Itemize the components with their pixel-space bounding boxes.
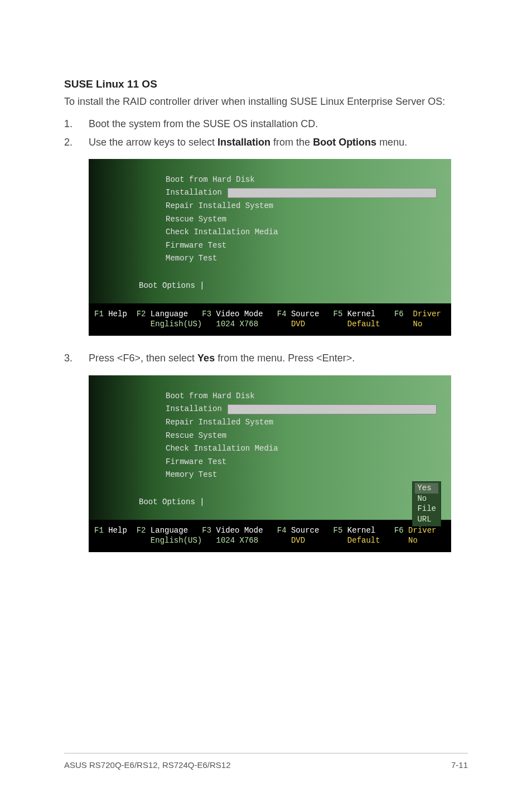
- menu-item[interactable]: Repair Installed System: [162, 200, 451, 213]
- fkey-label: Source: [291, 526, 319, 535]
- f6-driver[interactable]: F6 Driver No: [385, 525, 436, 545]
- step-number: 1.: [64, 117, 89, 131]
- fkey-label: Language: [151, 310, 188, 318]
- menu-item[interactable]: Check Installation Media: [162, 442, 451, 456]
- page-heading: SUSE Linux 11 OS: [64, 78, 468, 90]
- fkey-value: English(US): [151, 320, 202, 328]
- f2-language[interactable]: F2 Language English(US): [137, 525, 202, 545]
- fkey: F4: [277, 526, 287, 535]
- step-text: Use the arrow keys to select Installatio…: [89, 136, 407, 149]
- f1-help[interactable]: F1 Help: [94, 525, 137, 545]
- popup-item[interactable]: No: [417, 494, 436, 504]
- fkey-label: Help: [108, 526, 127, 535]
- menu-item[interactable]: Memory Test: [162, 468, 451, 482]
- text-fragment: from the menu. Press <Enter>.: [215, 352, 355, 364]
- fkey: F5: [333, 310, 343, 318]
- fkey-value: [94, 319, 137, 329]
- fkey-label: Help: [108, 310, 127, 318]
- fkey-value: No: [413, 320, 422, 328]
- fkey-value: [94, 535, 137, 545]
- fkey-label: Driver: [413, 310, 441, 318]
- boot-options-input[interactable]: Boot Options: [139, 497, 451, 506]
- bold-term: Boot Options: [313, 137, 376, 148]
- screenshot-boot-menu-2: Boot from Hard Disk Installation Repair …: [89, 375, 451, 553]
- f1-help[interactable]: F1 Help: [94, 309, 137, 329]
- step-number: 3.: [64, 351, 89, 365]
- step-text: Boot the system from the SUSE OS install…: [89, 117, 318, 131]
- fkey-value: 1024 X768: [216, 536, 259, 545]
- f2-language[interactable]: F2 Language English(US): [137, 309, 202, 329]
- menu-item-selected-row[interactable]: Installation: [162, 403, 451, 416]
- bold-term: Installation: [217, 137, 270, 148]
- menu-item[interactable]: Rescue System: [162, 213, 451, 226]
- fkey: F6: [394, 526, 404, 535]
- fkey: F3: [202, 310, 211, 318]
- boot-menu-list: Boot from Hard Disk Installation Repair …: [162, 390, 451, 482]
- selection-bar: [228, 188, 437, 198]
- step-number: 2.: [64, 136, 89, 149]
- fkey-label: Kernel: [347, 310, 375, 318]
- menu-item[interactable]: Firmware Test: [162, 239, 451, 253]
- fkey-value: 1024 X768: [216, 320, 259, 328]
- menu-item[interactable]: Boot from Hard Disk: [162, 173, 451, 187]
- fkey: F6: [394, 310, 404, 318]
- text-fragment: Use the arrow keys to select: [89, 137, 217, 148]
- fkey-value: DVD: [291, 320, 305, 328]
- fkey-value: English(US): [151, 536, 202, 545]
- bold-term: Yes: [197, 352, 215, 364]
- boot-menu-list: Boot from Hard Disk Installation Repair …: [162, 173, 451, 265]
- fkey: F3: [202, 526, 211, 535]
- step-1: 1. Boot the system from the SUSE OS inst…: [64, 117, 468, 131]
- footer-left: ASUS RS720Q-E6/RS12, RS724Q-E6/RS12: [64, 760, 230, 770]
- text-fragment: Press <F6>, then select: [89, 352, 197, 364]
- fkey-label: Kernel: [347, 526, 375, 535]
- fkey-label: Source: [291, 310, 319, 318]
- popup-item[interactable]: URL: [417, 514, 436, 525]
- f3-video-mode[interactable]: F3 Video Mode 1024 X768: [202, 309, 277, 329]
- page-footer: ASUS RS720Q-E6/RS12, RS724Q-E6/RS12 7-11: [64, 753, 468, 770]
- fkey: F2: [137, 526, 146, 535]
- f5-kernel[interactable]: F5 Kernel Default: [333, 309, 385, 329]
- fkey-value: Default: [347, 536, 380, 545]
- fkey: F2: [137, 310, 146, 318]
- popup-item-selected[interactable]: Yes: [415, 483, 438, 494]
- boot-menu-area: Boot from Hard Disk Installation Repair …: [89, 159, 451, 303]
- fkey: F4: [277, 310, 287, 318]
- menu-item[interactable]: Repair Installed System: [162, 416, 451, 429]
- fkey-value: No: [408, 536, 418, 545]
- menu-item[interactable]: Memory Test: [162, 252, 451, 265]
- fkey-label: Driver: [408, 526, 436, 535]
- menu-item-selected: Installation: [166, 404, 222, 415]
- menu-item-selected-row[interactable]: Installation: [162, 186, 451, 200]
- popup-item[interactable]: File: [417, 504, 436, 514]
- f6-driver[interactable]: F6 Driver No: [385, 309, 441, 329]
- fkey: F1: [94, 526, 104, 535]
- text-fragment: from the: [270, 137, 313, 148]
- fkey: F1: [94, 310, 104, 318]
- step-text: Press <F6>, then select Yes from the men…: [89, 351, 355, 365]
- menu-item[interactable]: Boot from Hard Disk: [162, 390, 451, 403]
- step-3: 3. Press <F6>, then select Yes from the …: [64, 351, 468, 365]
- f4-source[interactable]: F4 Source DVD: [277, 309, 333, 329]
- menu-item[interactable]: Check Installation Media: [162, 226, 451, 239]
- menu-item[interactable]: Rescue System: [162, 429, 451, 443]
- menu-item[interactable]: Firmware Test: [162, 456, 451, 469]
- fkey: F5: [333, 526, 343, 535]
- screenshot-boot-menu-1: Boot from Hard Disk Installation Repair …: [89, 159, 451, 336]
- f4-source[interactable]: F4 Source DVD: [277, 525, 333, 545]
- menu-item-selected: Installation: [166, 187, 222, 199]
- f3-video-mode[interactable]: F3 Video Mode 1024 X768: [202, 525, 277, 545]
- function-key-bar: F1 Help F2 Language English(US) F3 Video…: [89, 520, 451, 552]
- boot-menu-area: Boot from Hard Disk Installation Repair …: [89, 375, 451, 520]
- function-key-bar: F1 Help F2 Language English(US) F3 Video…: [89, 303, 451, 336]
- fkey-label: Video Mode: [216, 526, 263, 535]
- f6-driver-popup: Yes No File URL: [412, 481, 441, 527]
- fkey-label: Language: [151, 526, 188, 535]
- step-2: 2. Use the arrow keys to select Installa…: [64, 136, 468, 149]
- f5-kernel[interactable]: F5 Kernel Default: [333, 525, 385, 545]
- fkey-value: Default: [347, 320, 380, 328]
- selection-bar: [228, 404, 437, 414]
- footer-page-number: 7-11: [451, 760, 468, 770]
- fkey-value: DVD: [291, 536, 305, 545]
- boot-options-input[interactable]: Boot Options: [139, 281, 451, 290]
